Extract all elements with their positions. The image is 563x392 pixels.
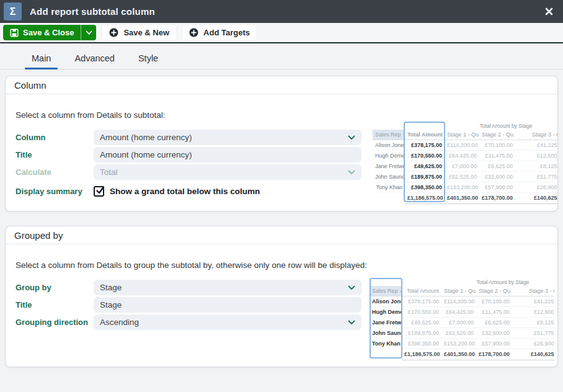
save-close-button[interactable]: Save & Close bbox=[3, 25, 81, 40]
column-instruction: Select a column from Details to subtotal… bbox=[16, 109, 549, 121]
chevron-down-icon bbox=[348, 285, 355, 290]
chevron-down-icon bbox=[348, 135, 355, 140]
group-title-input[interactable] bbox=[94, 297, 361, 313]
save-new-label: Save & New bbox=[123, 28, 169, 37]
grouping-direction-select[interactable]: Ascending bbox=[94, 314, 361, 330]
calculate-select: Total bbox=[94, 164, 361, 180]
grouped-by-instruction: Select a column from Details to group th… bbox=[16, 259, 549, 271]
sigma-icon: Σ bbox=[4, 2, 22, 20]
add-targets-button[interactable]: Add Targets bbox=[182, 25, 257, 40]
plus-circle-icon bbox=[109, 28, 118, 37]
save-close-label: Save & Close bbox=[23, 28, 74, 37]
display-summary-checkbox-label: Show a grand total below this column bbox=[110, 187, 260, 196]
save-options-dropdown[interactable] bbox=[81, 25, 96, 40]
title-input[interactable] bbox=[94, 147, 361, 163]
toolbar: Save & Close Save & New Add Targets bbox=[0, 23, 563, 43]
display-summary-label: Display summary bbox=[16, 187, 94, 196]
group-by-select[interactable]: Stage bbox=[94, 280, 361, 295]
column-preview-table: Total Amount by StageSales Rep▲Total Amo… bbox=[373, 122, 557, 210]
column-field-label: Column bbox=[16, 133, 94, 142]
chevron-down-icon bbox=[348, 320, 355, 325]
chevron-down-icon bbox=[348, 170, 355, 175]
display-summary-checkbox[interactable] bbox=[94, 186, 104, 197]
column-section-title: Column bbox=[6, 76, 557, 94]
group-by-field-label: Group by bbox=[16, 283, 94, 292]
save-new-button[interactable]: Save & New bbox=[102, 25, 176, 40]
dialog-title: Add report subtotal column bbox=[30, 6, 155, 17]
tab-advanced[interactable]: Advanced bbox=[68, 53, 122, 69]
plus-circle-icon bbox=[189, 28, 198, 37]
column-select[interactable]: Amount (home currency) bbox=[94, 130, 361, 145]
calculate-field-label: Calculate bbox=[16, 167, 94, 177]
group-title-field-label: Title bbox=[16, 300, 94, 310]
add-targets-label: Add Targets bbox=[203, 28, 250, 37]
title-field-label: Title bbox=[16, 150, 94, 159]
dialog-header: Σ Add report subtotal column bbox=[0, 0, 563, 23]
grouped-by-section-title: Grouped by bbox=[6, 226, 557, 244]
save-close-split-button: Save & Close bbox=[3, 25, 96, 40]
tab-main[interactable]: Main bbox=[25, 53, 58, 69]
grouping-direction-field-label: Grouping direction bbox=[16, 318, 94, 327]
close-icon[interactable] bbox=[543, 6, 555, 18]
grouped-by-section: Grouped by Select a column from Details … bbox=[5, 226, 558, 367]
tab-bar: Main Advanced Style bbox=[0, 50, 563, 69]
save-icon bbox=[10, 29, 19, 37]
tab-style[interactable]: Style bbox=[131, 53, 165, 69]
grouped-by-preview-table: Total Amount by StageSales Rep▲Total Amo… bbox=[370, 278, 554, 366]
column-section: Column Select a column from Details to s… bbox=[5, 76, 558, 212]
